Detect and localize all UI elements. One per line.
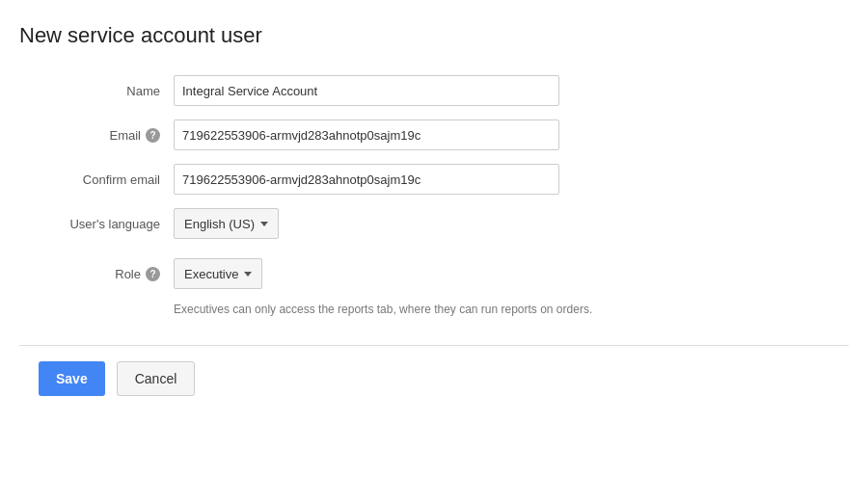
email-label: Email ? <box>19 128 174 143</box>
language-dropdown[interactable]: English (US) <box>174 208 279 239</box>
language-value: English (US) <box>184 217 255 231</box>
confirm-email-input[interactable] <box>174 164 559 195</box>
save-button[interactable]: Save <box>39 361 105 396</box>
email-help-icon[interactable]: ? <box>146 128 160 143</box>
chevron-down-icon <box>244 272 252 277</box>
confirm-email-label: Confirm email <box>19 172 174 187</box>
role-row: Role ? Executive <box>19 258 849 289</box>
language-row: User's language English (US) <box>19 208 849 239</box>
cancel-button[interactable]: Cancel <box>117 361 196 396</box>
name-label: Name <box>19 84 174 98</box>
page-title: New service account user <box>19 23 849 48</box>
chevron-down-icon <box>260 222 268 226</box>
language-label: User's language <box>19 217 174 231</box>
confirm-email-row: Confirm email <box>19 164 849 195</box>
email-row: Email ? <box>19 119 849 150</box>
role-value: Executive <box>184 267 238 281</box>
footer-actions: Save Cancel <box>19 346 849 411</box>
email-input[interactable] <box>174 119 559 150</box>
new-service-account-form: Name Email ? Confirm email User's langua… <box>19 75 849 316</box>
role-description: Executives can only access the reports t… <box>174 303 733 316</box>
role-help-icon[interactable]: ? <box>146 267 160 281</box>
name-input[interactable] <box>174 75 559 106</box>
role-dropdown[interactable]: Executive <box>174 258 262 289</box>
name-row: Name <box>19 75 849 106</box>
role-label: Role ? <box>19 267 174 281</box>
